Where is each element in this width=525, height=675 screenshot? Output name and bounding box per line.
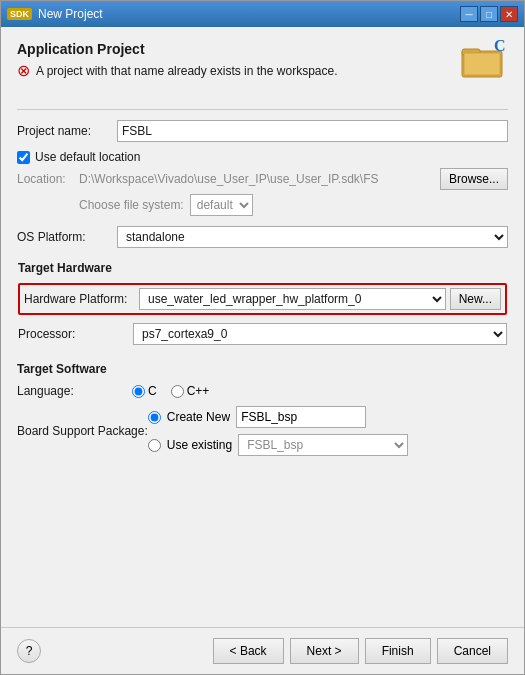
main-window: SDK New Project ─ □ ✕ Application Projec… [0, 0, 525, 675]
button-bar: ? < Back Next > Finish Cancel [1, 627, 524, 674]
project-name-label: Project name: [17, 124, 117, 138]
language-c-radio[interactable] [132, 385, 145, 398]
minimize-button[interactable]: ─ [460, 6, 478, 22]
back-button[interactable]: < Back [213, 638, 284, 664]
bsp-use-existing-select[interactable]: FSBL_bsp [238, 434, 408, 456]
folder-icon: C [460, 39, 508, 79]
location-row: Location: D:\Workspace\Vivado\use_User_I… [17, 168, 508, 190]
error-message: A project with that name already exists … [36, 64, 337, 78]
language-cpp-option: C++ [171, 384, 210, 398]
cancel-button[interactable]: Cancel [437, 638, 508, 664]
title-bar-left: SDK New Project [7, 7, 103, 21]
hardware-platform-label: Hardware Platform: [24, 292, 139, 306]
svg-rect-2 [464, 53, 500, 75]
finish-button[interactable]: Finish [365, 638, 431, 664]
language-c-option: C [132, 384, 157, 398]
language-radio-group: C C++ [132, 384, 209, 398]
error-row: ⊗ A project with that name already exist… [17, 63, 508, 79]
bsp-options: Create New Use existing FSBL_bsp [148, 406, 408, 456]
language-cpp-label: C++ [187, 384, 210, 398]
folder-icon-container: C [460, 39, 508, 82]
bsp-create-new-label: Create New [167, 410, 230, 424]
svg-text:C: C [494, 39, 506, 54]
next-button[interactable]: Next > [290, 638, 359, 664]
bsp-use-existing-label: Use existing [167, 438, 232, 452]
bsp-create-new-input[interactable] [236, 406, 366, 428]
target-hardware-title: Target Hardware [18, 261, 507, 275]
hardware-platform-select[interactable]: use_water_led_wrapper_hw_platform_0 [139, 288, 446, 310]
bsp-create-new-row: Create New [148, 406, 408, 428]
browse-button[interactable]: Browse... [440, 168, 508, 190]
default-location-row: Use default location [17, 150, 508, 164]
title-bar-controls: ─ □ ✕ [460, 6, 518, 22]
processor-label: Processor: [18, 327, 133, 341]
target-software-title: Target Software [17, 362, 508, 376]
processor-row: Processor: ps7_cortexa9_0 ps7_cortexa9_1 [18, 323, 507, 345]
os-platform-row: OS Platform: standalone linux freertos [17, 226, 508, 248]
filesystem-select[interactable]: default [190, 194, 253, 216]
os-platform-label: OS Platform: [17, 230, 117, 244]
sdk-badge: SDK [7, 8, 32, 20]
location-value: D:\Workspace\Vivado\use_User_IP\use_User… [79, 172, 434, 186]
processor-select[interactable]: ps7_cortexa9_0 ps7_cortexa9_1 [133, 323, 507, 345]
os-platform-select[interactable]: standalone linux freertos [117, 226, 508, 248]
bsp-label: Board Support Package: [17, 424, 148, 438]
bsp-row: Board Support Package: Create New Use ex… [17, 406, 508, 456]
location-label: Location: [17, 172, 79, 186]
close-button[interactable]: ✕ [500, 6, 518, 22]
project-name-input[interactable] [117, 120, 508, 142]
bsp-use-existing-row: Use existing FSBL_bsp [148, 434, 408, 456]
maximize-button[interactable]: □ [480, 6, 498, 22]
bsp-create-new-radio[interactable] [148, 411, 161, 424]
title-bar: SDK New Project ─ □ ✕ [1, 1, 524, 27]
default-location-label: Use default location [35, 150, 140, 164]
language-row: Language: C C++ [17, 384, 508, 398]
window-title: New Project [38, 7, 103, 21]
divider-1 [17, 109, 508, 110]
bsp-use-existing-radio[interactable] [148, 439, 161, 452]
language-cpp-radio[interactable] [171, 385, 184, 398]
error-icon: ⊗ [17, 63, 30, 79]
filesystem-row: Choose file system: default [17, 194, 508, 216]
default-location-checkbox[interactable] [17, 151, 30, 164]
hardware-platform-new-button[interactable]: New... [450, 288, 501, 310]
project-name-row: Project name: [17, 120, 508, 142]
help-button[interactable]: ? [17, 639, 41, 663]
filesystem-label: Choose file system: [79, 198, 184, 212]
target-software-section: Target Software Language: C C++ Boa [17, 362, 508, 462]
language-label: Language: [17, 384, 132, 398]
section-title: Application Project [17, 41, 508, 57]
target-hardware-section: Target Hardware Hardware Platform: use_w… [17, 258, 508, 358]
content-area: Application Project ⊗ A project with tha… [1, 27, 524, 627]
header-section: Application Project ⊗ A project with tha… [17, 41, 508, 93]
hardware-platform-row: Hardware Platform: use_water_led_wrapper… [18, 283, 507, 315]
language-c-label: C [148, 384, 157, 398]
